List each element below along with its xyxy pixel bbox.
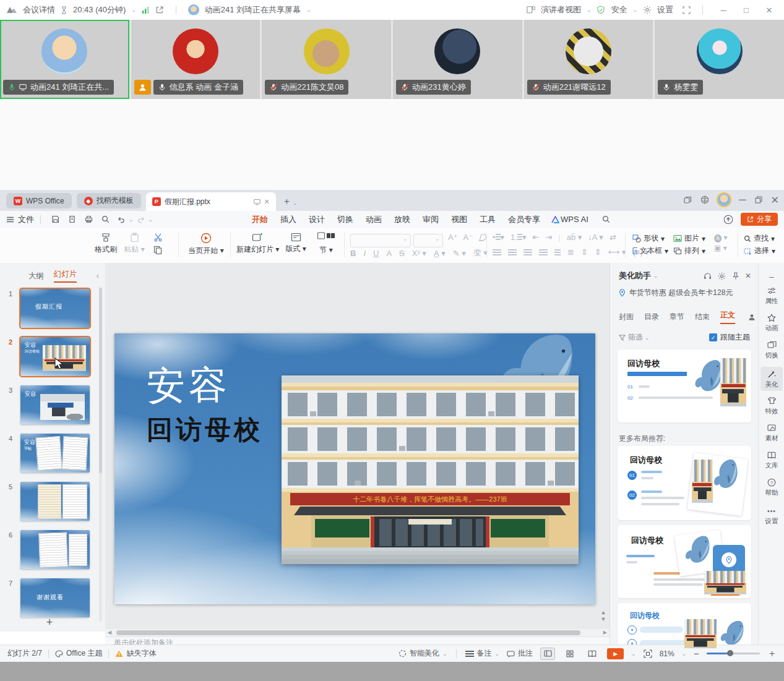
maximize-button[interactable]: □ (738, 3, 755, 17)
ribbon-tab-review[interactable]: 审阅 (423, 214, 439, 225)
dock-item-effects[interactable]: 特效 (760, 395, 783, 416)
font-color-button[interactable]: A̲ ▾ (434, 249, 446, 258)
close-button[interactable]: ✕ (760, 3, 778, 17)
security-button[interactable]: 安全 (611, 4, 627, 15)
support-headset-icon[interactable] (704, 272, 712, 280)
output-icon[interactable] (68, 215, 76, 223)
missing-font-label[interactable]: 缺失字体 (126, 648, 156, 659)
wps-close-button[interactable]: ✕ (771, 194, 779, 206)
picture-button[interactable]: 图片 ▾ 排列 ▾ (673, 233, 709, 256)
meeting-timer[interactable]: 20:43 (40分钟) (73, 4, 126, 15)
dock-item-assets[interactable]: 素材 (760, 422, 783, 443)
ribbon-search-icon[interactable] (602, 215, 610, 223)
slide-title[interactable]: 安容 (146, 359, 231, 412)
docer-tab[interactable]: ◆ 找稻壳模板 (77, 193, 141, 208)
char-spacing-button[interactable]: A (386, 249, 392, 258)
upload-cloud-icon[interactable] (723, 215, 733, 225)
tab-share-screen-icon[interactable] (254, 199, 261, 205)
ribbon-tab-wps-ai[interactable]: WPS AI (561, 215, 588, 224)
network-signal-icon[interactable] (142, 6, 150, 14)
slides-tab[interactable]: 幻灯片 (54, 269, 77, 283)
slide-subtitle[interactable]: 回访母校 (147, 413, 263, 447)
dock-collapse-button[interactable]: ─ (760, 272, 783, 283)
theme-name[interactable]: Office 主题 (66, 648, 102, 659)
beautify-tab-cover[interactable]: 封面 (619, 312, 634, 322)
fullscreen-icon[interactable] (683, 6, 691, 14)
filter-button[interactable]: 筛选 (628, 332, 643, 343)
zoom-slider[interactable] (707, 653, 760, 654)
person-filter-icon[interactable] (748, 314, 756, 321)
list-indent-buttons[interactable]: •▾ 1.▾ ⇤⇥| ab̄ ▾↓A ▾⇄ (493, 233, 616, 242)
timer-caret-icon[interactable]: ⌄ (131, 7, 136, 13)
format-painter-button[interactable]: 格式刷 (92, 233, 120, 255)
slide-thumbnail-3[interactable]: 安容 (20, 385, 90, 424)
play-options-caret-icon[interactable]: ⌄ (631, 651, 636, 657)
share-button[interactable]: 分享 (741, 213, 778, 226)
ribbon-tab-view[interactable]: 视图 (451, 214, 467, 225)
redo-icon[interactable] (137, 216, 145, 223)
preview-icon[interactable] (101, 215, 110, 223)
slide-thumbnail-7[interactable]: 谢谢观看 (20, 578, 90, 617)
dock-item-beautify[interactable]: 美化 (760, 367, 783, 391)
layout-suggestion-card[interactable]: 回访母校 (618, 525, 751, 598)
promo-text[interactable]: 年货节特惠 超级会员年卡128元 (629, 288, 733, 298)
zoom-percent[interactable]: 81% (660, 649, 674, 658)
zoom-in-button[interactable]: ＋ (767, 648, 777, 659)
outline-tab[interactable]: 大纲 (28, 271, 44, 281)
underline-button[interactable]: U (373, 249, 379, 258)
participant-tile[interactable]: 动画231黄心婷 (393, 20, 522, 99)
find-select-buttons[interactable]: 查找 ▾ 选择 ▾ (744, 233, 781, 256)
slideshow-play-button[interactable]: ▶ (607, 648, 624, 659)
participant-tile[interactable]: 动画221谢曜远12 (524, 20, 653, 99)
wps-globe-icon[interactable] (700, 195, 709, 204)
panel-scrollbar[interactable] (99, 288, 102, 622)
superscript-button[interactable]: X² ▾ (412, 249, 426, 258)
ribbon-tab-insert[interactable]: 插入 (280, 214, 296, 225)
wps-home-tab[interactable]: W WPS Office (6, 193, 72, 208)
beautify-tab-body[interactable]: 正文 (720, 310, 735, 324)
tab-close-icon[interactable]: ✕ (264, 198, 270, 206)
normal-view-button[interactable] (540, 648, 555, 660)
beautify-title[interactable]: 美化助手 (619, 270, 651, 281)
bold-button[interactable]: B (350, 249, 356, 258)
document-tab[interactable]: P 假期汇报.pptx ✕ (146, 192, 276, 211)
layout-suggestion-card[interactable]: 回访母校 01 02 (618, 349, 751, 422)
play-from-current-button[interactable]: 当页开始 ▾ (186, 233, 226, 256)
layout-suggestion-card[interactable]: 回访母校 01 02 (618, 446, 751, 520)
school-photo[interactable]: 十二年书卷八千堆，挥笔不做惆胜高考。——237班 (282, 375, 579, 564)
dock-item-transition[interactable]: 切换 (760, 340, 783, 360)
slide-thumbnail-4[interactable]: 安容 字帖 (20, 434, 90, 473)
beautify-tab-end[interactable]: 结束 (695, 312, 710, 322)
new-slide-button[interactable]: 新建幻灯片 ▾ (236, 233, 278, 255)
horizontal-scrollbar[interactable]: ◀ ▶ (105, 629, 610, 636)
follow-theme-checkbox[interactable]: ✓ 跟随主题 (709, 332, 750, 343)
panel-gear-icon[interactable] (718, 272, 726, 280)
strike-button[interactable]: S (399, 249, 405, 258)
new-tab-button[interactable]: ＋ (282, 195, 291, 207)
dock-item-library[interactable]: 文库 (760, 450, 783, 470)
font-family-combobox[interactable] (350, 234, 411, 247)
participant-tile[interactable]: 动画241 刘琦正在共... (0, 20, 129, 99)
participant-tile[interactable]: 信息系 动画 金子涵 (131, 20, 261, 99)
save-icon[interactable] (51, 215, 59, 223)
slide-thumbnail-6[interactable] (20, 530, 90, 569)
beautify-tab-toc[interactable]: 目录 (644, 312, 659, 322)
dock-item-settings[interactable]: ••• 设置 (760, 505, 783, 526)
text-effects-button[interactable]: 变 ▾ (473, 247, 488, 259)
current-slide[interactable]: 安容 回访母校 (114, 333, 595, 604)
ribbon-tab-home[interactable]: 开始 (252, 214, 268, 225)
ribbon-tab-transition[interactable]: 切换 (337, 214, 353, 225)
font-size-combobox[interactable] (413, 234, 443, 247)
add-slide-button[interactable]: + (0, 616, 99, 629)
scrollbar-thumb[interactable] (116, 630, 580, 635)
shapes-button[interactable]: 形状 ▾ A文本框 ▾ (632, 233, 668, 256)
wps-minimize-button[interactable]: ─ (739, 194, 746, 205)
ribbon-tab-animation[interactable]: 动画 (366, 214, 382, 225)
zoom-slider-thumb[interactable] (727, 650, 733, 656)
beautify-tab-section[interactable]: 章节 (670, 312, 684, 322)
ribbon-tab-member[interactable]: 会员专享 (508, 214, 540, 225)
dock-item-properties[interactable]: 属性 (760, 285, 783, 306)
slide-canvas[interactable]: 安容 回访母校 (105, 263, 610, 632)
ribbon-tab-slideshow[interactable]: 放映 (394, 214, 410, 225)
print-icon[interactable] (85, 215, 93, 223)
